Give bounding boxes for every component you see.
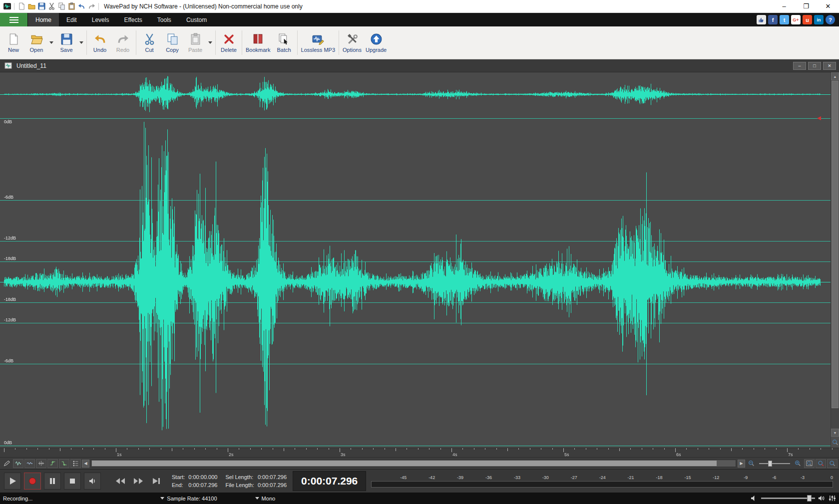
sample-rate-dropdown-icon[interactable]: [160, 497, 164, 500]
horizontal-scrollbar[interactable]: [91, 460, 736, 467]
scroll-right-button[interactable]: ▶: [738, 460, 745, 468]
tab-tools[interactable]: Tools: [150, 13, 179, 26]
quick-save-icon[interactable]: [36, 1, 46, 11]
channels-selector[interactable]: Mono: [255, 496, 276, 502]
delete-button[interactable]: Delete: [217, 27, 240, 58]
twitter-icon[interactable]: t: [780, 15, 789, 24]
vertical-scroll-thumb[interactable]: [832, 81, 839, 408]
draw-tool-button[interactable]: [1, 459, 12, 468]
quick-paste-icon[interactable]: [66, 1, 76, 11]
main-waveform-view[interactable]: 0dB0dB-6dB-6dB-12dB-12dB-18dB-18dB: [0, 116, 831, 448]
quick-new-icon[interactable]: [16, 1, 26, 11]
google-plus-icon[interactable]: G+: [791, 15, 801, 24]
save-button[interactable]: Save: [55, 27, 78, 58]
vertical-scrollbar[interactable]: ▲ ▼: [831, 72, 839, 448]
copy-button[interactable]: Copy: [161, 27, 184, 58]
time-ruler-canvas[interactable]: [0, 448, 839, 457]
volume-slider-thumb[interactable]: [807, 495, 812, 502]
tab-levels[interactable]: Levels: [84, 13, 117, 26]
overview-strip[interactable]: [0, 72, 831, 116]
save-dropdown[interactable]: [78, 27, 85, 58]
zoom-slider-track[interactable]: [759, 463, 790, 464]
help-icon[interactable]: ?: [826, 15, 835, 24]
volume-low-icon[interactable]: [751, 495, 758, 502]
sample-rate-selector[interactable]: Sample Rate: 44100: [160, 496, 217, 502]
facebook-icon[interactable]: f: [768, 15, 778, 24]
window-close-button[interactable]: ✕: [817, 0, 839, 13]
zoom-slider-thumb[interactable]: [768, 461, 772, 467]
stumbleupon-icon[interactable]: u: [803, 15, 812, 24]
zoom-out-button[interactable]: [746, 459, 757, 468]
window-maximize-button[interactable]: ❐: [795, 0, 817, 13]
new-button[interactable]: New: [2, 27, 25, 58]
wave-display-mode-1-button[interactable]: [13, 459, 23, 468]
main-menu-button[interactable]: [0, 13, 28, 26]
time-ruler[interactable]: [0, 448, 839, 457]
quick-undo-icon[interactable]: [76, 1, 86, 11]
channels-value[interactable]: Mono: [262, 496, 276, 502]
doc-close-button[interactable]: ✕: [823, 62, 836, 70]
pause-button[interactable]: [44, 473, 61, 490]
tab-edit[interactable]: Edit: [59, 13, 84, 26]
window-titlebar: WavePad by NCH Software - (Unlicensed) N…: [0, 0, 839, 13]
region-list-button[interactable]: [70, 459, 81, 468]
main-waveform-canvas[interactable]: [0, 116, 831, 448]
monitor-button[interactable]: [84, 473, 101, 490]
options-button[interactable]: Options: [341, 27, 364, 58]
titlebar-separator: [14, 3, 14, 10]
doc-minimize-button[interactable]: –: [793, 62, 806, 70]
zoom-full-button[interactable]: [827, 459, 838, 468]
bookmark-button[interactable]: Bookmark: [244, 27, 273, 58]
horizontal-scroll-thumb[interactable]: [92, 461, 717, 466]
upgrade-button[interactable]: Upgrade: [364, 27, 389, 58]
zoom-selection-button[interactable]: [816, 459, 826, 468]
sample-rate-value[interactable]: Sample Rate: 44100: [167, 496, 217, 502]
vertical-scroll-track[interactable]: [831, 80, 839, 429]
open-dropdown[interactable]: [48, 27, 55, 58]
volume-slider[interactable]: [761, 498, 815, 499]
zoom-window-button[interactable]: [804, 459, 815, 468]
like-icon[interactable]: [757, 15, 766, 24]
doc-maximize-button[interactable]: □: [808, 62, 821, 70]
stop-button[interactable]: [64, 473, 81, 490]
channels-dropdown-icon[interactable]: [255, 497, 259, 500]
fast-forward-button[interactable]: [131, 475, 146, 488]
quick-redo-icon[interactable]: [86, 1, 96, 11]
tab-effects[interactable]: Effects: [116, 13, 149, 26]
cut-button[interactable]: Cut: [138, 27, 161, 58]
record-button[interactable]: [24, 473, 41, 490]
quick-open-icon[interactable]: [26, 1, 36, 11]
rewind-button[interactable]: [113, 475, 128, 488]
open-button[interactable]: Open: [25, 27, 48, 58]
tab-custom[interactable]: Custom: [179, 13, 214, 26]
snap-up-button[interactable]: [47, 459, 58, 468]
redo-button[interactable]: Redo: [111, 27, 134, 58]
tab-home[interactable]: Home: [28, 13, 59, 26]
go-to-end-button[interactable]: [149, 475, 164, 488]
zoom-in-button[interactable]: [793, 459, 803, 468]
vertical-zoom-button[interactable]: [831, 437, 839, 448]
batch-button[interactable]: Batch: [273, 27, 296, 58]
window-minimize-button[interactable]: –: [773, 0, 795, 13]
overview-waveform-canvas[interactable]: [0, 72, 831, 116]
paste-button[interactable]: Paste: [184, 27, 207, 58]
quick-copy-icon[interactable]: [56, 1, 66, 11]
undo-button[interactable]: Undo: [88, 27, 111, 58]
snap-down-button[interactable]: [59, 459, 69, 468]
scroll-up-button[interactable]: ▲: [831, 72, 839, 80]
mixer-icon[interactable]: [829, 495, 836, 502]
volume-high-icon[interactable]: [818, 495, 826, 502]
bottom-toolbar: ◀ ▶: [0, 457, 839, 469]
scroll-down-button[interactable]: ▼: [831, 429, 839, 437]
play-button[interactable]: [4, 473, 21, 490]
linkedin-icon[interactable]: in: [814, 15, 824, 24]
lossless-mp3-button[interactable]: Lossless MP3: [299, 27, 337, 58]
zoom-slider[interactable]: [759, 460, 790, 467]
paste-dropdown[interactable]: [207, 27, 214, 58]
quick-cut-icon[interactable]: [46, 1, 56, 11]
play-icon: [8, 477, 17, 486]
amplitude-marker[interactable]: [817, 116, 821, 120]
scroll-left-button[interactable]: ◀: [82, 460, 89, 468]
wave-display-mode-2-button[interactable]: [24, 459, 35, 468]
wave-display-mode-3-button[interactable]: [36, 459, 46, 468]
